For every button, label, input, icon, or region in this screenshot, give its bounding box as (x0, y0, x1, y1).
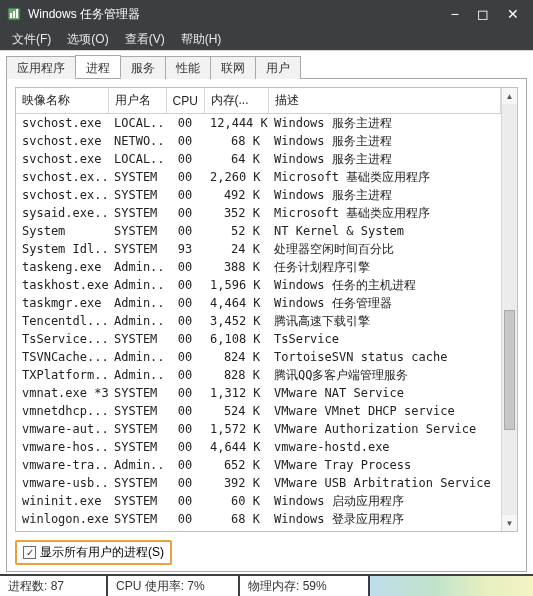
cell-user: Admin... (108, 456, 166, 474)
cell-description: Windows 任务的主机进程 (268, 276, 501, 294)
table-row[interactable]: taskmgr.exeAdmin...004,464 KWindows 任务管理… (16, 294, 501, 312)
cell-imagename: System (16, 222, 108, 240)
cell-memory: 652 K (204, 456, 268, 474)
cell-memory: 1,312 K (204, 384, 268, 402)
scroll-down-icon[interactable]: ▼ (502, 515, 517, 531)
table-row[interactable]: svchost.exeLOCAL...0064 KWindows 服务主进程 (16, 150, 501, 168)
cell-cpu: 00 (166, 492, 204, 510)
cell-description: VMware Tray Process (268, 456, 501, 474)
cell-cpu: 00 (166, 528, 204, 531)
cell-description: VMware Authorization Service (268, 420, 501, 438)
vertical-scrollbar[interactable]: ▲ ▼ (501, 88, 517, 531)
cell-cpu: 00 (166, 150, 204, 168)
table-row[interactable]: svchost.ex...SYSTEM00492 KWindows 服务主进程 (16, 186, 501, 204)
cell-cpu: 00 (166, 330, 204, 348)
cell-imagename: vmware-usb... (16, 474, 108, 492)
cell-imagename: vmnat.exe *32 (16, 384, 108, 402)
table-row[interactable]: vmnetdhcp....SYSTEM00524 KVMware VMnet D… (16, 402, 501, 420)
close-button[interactable]: ✕ (507, 6, 519, 22)
cell-user: Admin... (108, 312, 166, 330)
cell-memory: 6,108 K (204, 330, 268, 348)
tab-networking[interactable]: 联网 (210, 56, 256, 79)
cell-user: Admin... (108, 276, 166, 294)
table-row[interactable]: TXPlatform...Admin...00828 K腾讯QQ多客户端管理服务 (16, 366, 501, 384)
table-row[interactable]: taskhost.exeAdmin...001,596 KWindows 任务的… (16, 276, 501, 294)
cell-cpu: 00 (166, 402, 204, 420)
table-row[interactable]: svchost.exeNETWO...0068 KWindows 服务主进程 (16, 132, 501, 150)
table-row[interactable]: System Idl...SYSTEM9324 K处理器空闲时间百分比 (16, 240, 501, 258)
menu-options[interactable]: 选项(O) (61, 29, 114, 50)
menu-file[interactable]: 文件(F) (6, 29, 57, 50)
table-row[interactable]: vmware-tra...Admin...00652 KVMware Tray … (16, 456, 501, 474)
table-row[interactable]: svchost.ex...SYSTEM002,260 KMicrosoft 基础… (16, 168, 501, 186)
col-header-memory[interactable]: 内存(... (204, 88, 268, 114)
cell-description: Windows 启动应用程序 (268, 492, 501, 510)
tab-performance[interactable]: 性能 (165, 56, 211, 79)
cell-description: TsService (268, 330, 501, 348)
table-row[interactable]: taskeng.exeAdmin...00388 K任务计划程序引擎 (16, 258, 501, 276)
col-header-description[interactable]: 描述 (268, 88, 501, 114)
cell-imagename: vmware-hos... (16, 438, 108, 456)
cell-memory: 1,572 K (204, 420, 268, 438)
cell-imagename: TXPlatform... (16, 366, 108, 384)
process-listview: 映像名称 用户名 CPU 内存(... 描述 svchost.exeLOCAL.… (15, 87, 518, 532)
table-row[interactable]: svchost.exeLOCAL...0012,444 KWindows 服务主… (16, 114, 501, 133)
minimize-button[interactable]: − (451, 6, 459, 22)
window-controls: − ◻ ✕ (451, 6, 527, 22)
status-cpu: CPU 使用率: 7% (108, 576, 240, 596)
table-row[interactable]: vmware-hos...SYSTEM004,644 Kvmware-hostd… (16, 438, 501, 456)
cell-description: NT Kernel & System (268, 222, 501, 240)
cell-description: Windows 服务主进程 (268, 150, 501, 168)
cell-memory: 3,612 K (204, 528, 268, 531)
table-row[interactable]: vmnat.exe *32SYSTEM001,312 KVMware NAT S… (16, 384, 501, 402)
scroll-up-icon[interactable]: ▲ (502, 88, 517, 104)
column-header-row: 映像名称 用户名 CPU 内存(... 描述 (16, 88, 501, 114)
tab-applications[interactable]: 应用程序 (6, 56, 76, 79)
cell-memory: 392 K (204, 474, 268, 492)
cell-memory: 4,644 K (204, 438, 268, 456)
col-header-user[interactable]: 用户名 (108, 88, 166, 114)
table-row[interactable]: sysaid.exe...SYSTEM00352 KMicrosoft 基础类应… (16, 204, 501, 222)
status-memory: 物理内存: 59% (240, 576, 370, 596)
cell-imagename: svchost.ex... (16, 168, 108, 186)
tab-processes[interactable]: 进程 (75, 55, 121, 78)
cell-user: SYSTEM (108, 222, 166, 240)
cell-imagename: WmiPrvSE.e... (16, 528, 108, 531)
cell-imagename: vmnetdhcp.... (16, 402, 108, 420)
menu-help[interactable]: 帮助(H) (175, 29, 228, 50)
status-processes: 进程数: 87 (0, 576, 108, 596)
cell-description: WMI Provider Host (268, 528, 501, 531)
table-row[interactable]: TsService....SYSTEM006,108 KTsService (16, 330, 501, 348)
cell-user: Admin... (108, 258, 166, 276)
client-area: 应用程序 进程 服务 性能 联网 用户 映像名称 用户名 CPU 内存(. (0, 50, 533, 574)
table-row[interactable]: WmiPrvSE.e...SYSTEM003,612 KWMI Provider… (16, 528, 501, 531)
table-row[interactable]: wininit.exeSYSTEM0060 KWindows 启动应用程序 (16, 492, 501, 510)
maximize-button[interactable]: ◻ (477, 6, 489, 22)
tab-services[interactable]: 服务 (120, 56, 166, 79)
show-all-users-highlight: ✓ 显示所有用户的进程(S) (15, 540, 172, 565)
table-row[interactable]: SystemSYSTEM0052 KNT Kernel & System (16, 222, 501, 240)
menu-view[interactable]: 查看(V) (119, 29, 171, 50)
cell-description: Windows 任务管理器 (268, 294, 501, 312)
show-all-users-label[interactable]: 显示所有用户的进程(S) (40, 544, 164, 561)
cell-description: 任务计划程序引擎 (268, 258, 501, 276)
cell-memory: 3,452 K (204, 312, 268, 330)
table-row[interactable]: TSVNCache....Admin...00824 KTortoiseSVN … (16, 348, 501, 366)
table-row[interactable]: vmware-aut...SYSTEM001,572 KVMware Autho… (16, 420, 501, 438)
table-row[interactable]: vmware-usb...SYSTEM00392 KVMware USB Arb… (16, 474, 501, 492)
cell-memory: 64 K (204, 150, 268, 168)
cell-cpu: 00 (166, 186, 204, 204)
col-header-cpu[interactable]: CPU (166, 88, 204, 114)
cell-cpu: 00 (166, 276, 204, 294)
cell-imagename: winlogon.exe (16, 510, 108, 528)
show-all-users-checkbox[interactable]: ✓ (23, 546, 36, 559)
cell-imagename: TSVNCache.... (16, 348, 108, 366)
cell-imagename: svchost.exe (16, 150, 108, 168)
scroll-track[interactable] (502, 104, 517, 515)
table-row[interactable]: Tencentdl....Admin...003,452 K腾讯高速下载引擎 (16, 312, 501, 330)
table-row[interactable]: winlogon.exeSYSTEM0068 KWindows 登录应用程序 (16, 510, 501, 528)
scroll-thumb[interactable] (504, 310, 515, 430)
tab-users[interactable]: 用户 (255, 56, 301, 79)
col-header-imagename[interactable]: 映像名称 (16, 88, 108, 114)
cell-description: VMware NAT Service (268, 384, 501, 402)
